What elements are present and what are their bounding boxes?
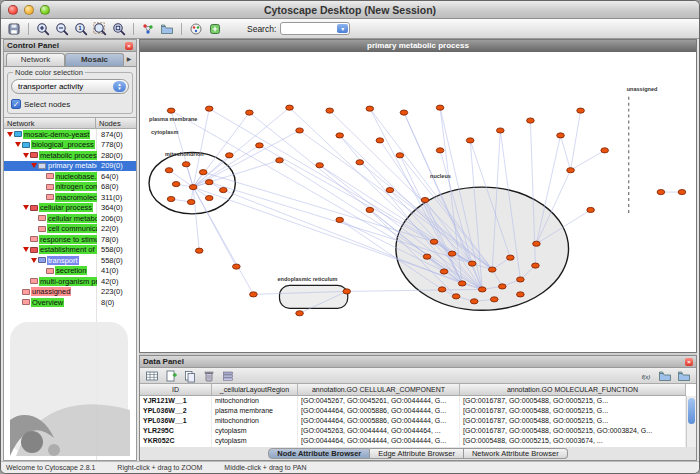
- network-node[interactable]: [533, 241, 541, 246]
- network-node[interactable]: [195, 248, 203, 253]
- network-node[interactable]: [657, 189, 665, 194]
- network-node[interactable]: [167, 196, 175, 201]
- network-node[interactable]: [577, 108, 585, 113]
- network-node[interactable]: [448, 251, 456, 256]
- table-row[interactable]: YJR121W__1mitochondrion[GO:0045267, GO:0…: [140, 396, 686, 406]
- table-row[interactable]: YKR052Ccytoplasm[GO:0044464, GO:0044444,…: [140, 436, 686, 446]
- table-row[interactable]: YPL036W__1mitochondrion[GO:0044464, GO:0…: [140, 416, 686, 426]
- column-header-nodes[interactable]: Nodes: [96, 118, 136, 128]
- tree-row-nucleobase[interactable]: nucleobase...64(0): [4, 171, 136, 182]
- network-node[interactable]: [421, 197, 429, 202]
- close-window-button[interactable]: [8, 5, 18, 15]
- network-node[interactable]: [436, 148, 444, 153]
- expander-icon[interactable]: [31, 258, 37, 263]
- network-node[interactable]: [466, 138, 474, 143]
- network-node[interactable]: [423, 254, 431, 259]
- create-network-icon[interactable]: [140, 21, 156, 36]
- network-node[interactable]: [532, 263, 540, 268]
- tree-row-establishment-of-lo[interactable]: establishment of lo...558(0): [4, 245, 136, 256]
- tab-mosaic[interactable]: Mosaic: [65, 53, 124, 66]
- expander-icon[interactable]: [31, 163, 37, 168]
- tree-row-multi-organism-pro[interactable]: multi-organism pro...42(0): [4, 276, 136, 287]
- network-node[interactable]: [488, 267, 496, 272]
- tab-scroll-right-button[interactable]: ▶: [124, 53, 134, 66]
- network-node[interactable]: [496, 128, 504, 133]
- create-attribute-icon[interactable]: [163, 368, 179, 383]
- network-node[interactable]: [507, 255, 515, 260]
- copy-attribute-icon[interactable]: [182, 368, 198, 383]
- network-node[interactable]: [470, 299, 478, 304]
- network-node[interactable]: [226, 153, 234, 158]
- maximize-window-button[interactable]: [40, 5, 50, 15]
- network-node[interactable]: [233, 264, 241, 269]
- expander-icon[interactable]: [23, 153, 29, 158]
- save-session-icon[interactable]: [6, 21, 22, 36]
- network-node[interactable]: [205, 180, 213, 185]
- zoom-fit-icon[interactable]: [92, 21, 108, 36]
- tab-network[interactable]: Network: [6, 53, 65, 66]
- network-node[interactable]: [336, 133, 344, 138]
- tree-row-nitrogen-compo[interactable]: nitrogen compo...68(0): [4, 182, 136, 193]
- network-node[interactable]: [430, 239, 438, 244]
- column-header[interactable]: annotation.GO CELLULAR_COMPONENT: [298, 384, 460, 395]
- network-node[interactable]: [296, 128, 304, 133]
- network-window[interactable]: primary metabolic process plasma membran…: [139, 39, 697, 353]
- network-node[interactable]: [498, 284, 506, 289]
- network-node[interactable]: [167, 108, 175, 113]
- network-node[interactable]: [172, 182, 180, 187]
- tree-row-macromolecule[interactable]: macromolecule...311(0): [4, 192, 136, 203]
- network-node[interactable]: [366, 207, 374, 212]
- tree-row-overview[interactable]: Overview8(0): [4, 297, 136, 308]
- open-attributes-icon[interactable]: [676, 368, 692, 383]
- network-node[interactable]: [356, 160, 364, 165]
- tree-row-biological-process[interactable]: biological_process778(0): [4, 140, 136, 151]
- delete-attribute-icon[interactable]: [201, 368, 217, 383]
- expander-icon[interactable]: [15, 142, 21, 147]
- network-node[interactable]: [517, 292, 525, 297]
- table-row[interactable]: YLR295Ccytoplasm[GO:0045263, GO:0044444,…: [140, 426, 686, 436]
- zoom-selected-icon[interactable]: [111, 21, 127, 36]
- network-node[interactable]: [517, 277, 525, 282]
- network-node[interactable]: [527, 118, 535, 123]
- expander-icon[interactable]: [23, 247, 29, 252]
- table-row[interactable]: YDR039C__1mitochondrion[GO:0044464, GO:0…: [140, 446, 686, 447]
- network-node[interactable]: [326, 108, 334, 113]
- tree-row-mosaic-demo-yeast[interactable]: mosaic-demo-yeast874(0): [4, 129, 136, 140]
- scrollbar-thumb[interactable]: [688, 398, 695, 424]
- network-node[interactable]: [336, 217, 344, 222]
- network-node[interactable]: [458, 281, 466, 286]
- zoom-in-icon[interactable]: [35, 21, 51, 36]
- tree-row-metabolic-process[interactable]: metabolic process280(0): [4, 150, 136, 161]
- network-node[interactable]: [187, 199, 195, 204]
- tab-node-attribute-browser[interactable]: Node Attribute Browser: [268, 448, 370, 459]
- network-node[interactable]: [165, 168, 173, 173]
- network-node[interactable]: [343, 289, 351, 294]
- node-color-dropdown[interactable]: transporter activity ▲▼: [11, 79, 129, 94]
- vizmapper-icon[interactable]: [188, 21, 204, 36]
- network-node[interactable]: [246, 110, 254, 115]
- network-node[interactable]: [601, 148, 609, 153]
- expander-icon[interactable]: [23, 205, 29, 210]
- tree-row-primary-metabo[interactable]: primary metabo...209(0): [4, 161, 136, 172]
- window-titlebar[interactable]: Cytoscape Desktop (New Session): [1, 1, 699, 19]
- network-node[interactable]: [587, 207, 595, 212]
- minimize-window-button[interactable]: [24, 5, 34, 15]
- search-dropdown-arrow[interactable]: ▾: [337, 24, 348, 33]
- network-node[interactable]: [452, 294, 460, 299]
- network-node[interactable]: [478, 287, 486, 292]
- tree-row-transport[interactable]: transport558(0): [4, 255, 136, 266]
- column-header[interactable]: ID: [140, 384, 212, 395]
- expander-icon[interactable]: [7, 132, 13, 137]
- tab-network-attribute-browser[interactable]: Network Attribute Browser: [464, 448, 568, 459]
- network-node[interactable]: [438, 287, 446, 292]
- network-node[interactable]: [376, 138, 384, 143]
- column-header[interactable]: _cellularLayoutRegion: [212, 384, 298, 395]
- network-node[interactable]: [256, 143, 264, 148]
- attribute-stack-icon[interactable]: [220, 368, 236, 383]
- network-node[interactable]: [250, 292, 258, 297]
- network-node[interactable]: [205, 106, 213, 111]
- network-node[interactable]: [182, 162, 190, 167]
- network-node[interactable]: [189, 185, 197, 190]
- tree-row-response-to-stimul[interactable]: response to stimul...78(0): [4, 234, 136, 245]
- network-node[interactable]: [557, 133, 565, 138]
